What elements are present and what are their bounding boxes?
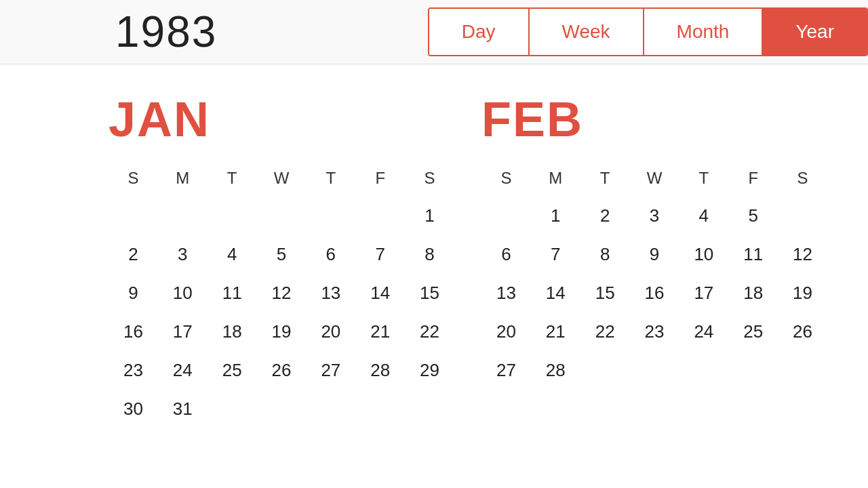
cal-day[interactable]: 22 bbox=[580, 316, 630, 348]
cal-day[interactable]: 7 bbox=[355, 239, 405, 270]
cal-day[interactable]: 15 bbox=[580, 277, 630, 309]
day-header: T bbox=[580, 163, 630, 193]
cal-day[interactable]: 26 bbox=[778, 316, 827, 348]
cal-day[interactable]: 11 bbox=[208, 277, 257, 309]
cal-day[interactable]: 1 bbox=[405, 200, 454, 232]
cal-day[interactable]: 5 bbox=[728, 200, 778, 232]
tab-week[interactable]: Week bbox=[530, 9, 644, 55]
month-block-jan: JANSMTWTFS000000123456789101112131415161… bbox=[95, 92, 468, 425]
cal-day[interactable]: 8 bbox=[405, 239, 454, 270]
cal-day: 0 bbox=[778, 354, 827, 386]
cal-day[interactable]: 6 bbox=[481, 239, 531, 270]
cal-day: 0 bbox=[306, 393, 355, 425]
day-header: T bbox=[306, 163, 355, 193]
month-name-feb: FEB bbox=[481, 92, 827, 147]
cal-day[interactable]: 6 bbox=[306, 239, 355, 270]
cal-day[interactable]: 12 bbox=[778, 239, 827, 270]
cal-day[interactable]: 10 bbox=[679, 239, 728, 270]
cal-day[interactable]: 20 bbox=[481, 316, 531, 348]
cal-day[interactable]: 25 bbox=[728, 316, 778, 348]
cal-day[interactable]: 23 bbox=[630, 316, 679, 348]
cal-day[interactable]: 27 bbox=[306, 354, 355, 386]
cal-day: 0 bbox=[208, 200, 257, 232]
cal-day: 0 bbox=[580, 354, 630, 386]
cal-grid-jan: SMTWTFS000000123456789101112131415161718… bbox=[108, 163, 454, 425]
cal-day[interactable]: 19 bbox=[778, 277, 827, 309]
cal-day[interactable]: 25 bbox=[208, 354, 257, 386]
cal-day: 0 bbox=[778, 200, 827, 232]
cal-day[interactable]: 10 bbox=[158, 277, 208, 309]
view-tabs: Day Week Month Year bbox=[428, 7, 868, 56]
cal-day: 0 bbox=[405, 393, 454, 425]
cal-day[interactable]: 13 bbox=[481, 277, 531, 309]
tab-day[interactable]: Day bbox=[429, 9, 530, 55]
cal-day: 0 bbox=[306, 200, 355, 232]
day-header: M bbox=[531, 163, 580, 193]
cal-day[interactable]: 5 bbox=[257, 239, 307, 270]
cal-day[interactable]: 7 bbox=[531, 239, 580, 270]
cal-day[interactable]: 8 bbox=[580, 239, 630, 270]
cal-day: 0 bbox=[158, 200, 208, 232]
cal-day: 0 bbox=[728, 354, 778, 386]
cal-day[interactable]: 9 bbox=[630, 239, 679, 270]
cal-day[interactable]: 17 bbox=[158, 316, 208, 348]
cal-day[interactable]: 23 bbox=[108, 354, 158, 386]
cal-day[interactable]: 2 bbox=[108, 239, 158, 270]
cal-day[interactable]: 30 bbox=[108, 393, 158, 425]
cal-day[interactable]: 3 bbox=[630, 200, 679, 232]
day-header: S bbox=[405, 163, 454, 193]
cal-day[interactable]: 18 bbox=[208, 316, 257, 348]
cal-day[interactable]: 4 bbox=[679, 200, 728, 232]
cal-day[interactable]: 29 bbox=[405, 354, 454, 386]
year-title: 1983 bbox=[115, 7, 217, 57]
cal-day: 0 bbox=[355, 200, 405, 232]
header: 1983 Day Week Month Year bbox=[0, 0, 868, 64]
cal-day: 0 bbox=[630, 354, 679, 386]
tab-year[interactable]: Year bbox=[763, 9, 867, 55]
cal-day: 0 bbox=[257, 393, 307, 425]
cal-day[interactable]: 1 bbox=[531, 200, 580, 232]
day-header: F bbox=[355, 163, 405, 193]
day-header: S bbox=[108, 163, 158, 193]
cal-day: 0 bbox=[108, 200, 158, 232]
tab-month[interactable]: Month bbox=[644, 9, 764, 55]
cal-day[interactable]: 28 bbox=[531, 354, 580, 386]
day-header: W bbox=[630, 163, 679, 193]
cal-day: 0 bbox=[257, 200, 307, 232]
cal-day[interactable]: 3 bbox=[158, 239, 208, 270]
cal-day[interactable]: 16 bbox=[630, 277, 679, 309]
cal-day[interactable]: 28 bbox=[355, 354, 405, 386]
cal-day[interactable]: 16 bbox=[108, 316, 158, 348]
cal-day: 0 bbox=[481, 200, 531, 232]
cal-day[interactable]: 21 bbox=[355, 316, 405, 348]
day-header: M bbox=[158, 163, 208, 193]
cal-day[interactable]: 18 bbox=[728, 277, 778, 309]
day-header: T bbox=[208, 163, 257, 193]
cal-day[interactable]: 9 bbox=[108, 277, 158, 309]
cal-day[interactable]: 21 bbox=[531, 316, 580, 348]
cal-day[interactable]: 14 bbox=[531, 277, 580, 309]
day-header: T bbox=[679, 163, 728, 193]
cal-day[interactable]: 4 bbox=[208, 239, 257, 270]
cal-grid-feb: SMTWTFS012345067891011121314151617181920… bbox=[481, 163, 827, 386]
cal-day[interactable]: 15 bbox=[405, 277, 454, 309]
cal-day[interactable]: 13 bbox=[306, 277, 355, 309]
cal-day[interactable]: 22 bbox=[405, 316, 454, 348]
cal-day: 0 bbox=[679, 354, 728, 386]
cal-day[interactable]: 19 bbox=[257, 316, 307, 348]
cal-day[interactable]: 14 bbox=[355, 277, 405, 309]
cal-day[interactable]: 26 bbox=[257, 354, 307, 386]
cal-day[interactable]: 17 bbox=[679, 277, 728, 309]
day-header: W bbox=[257, 163, 307, 193]
cal-day[interactable]: 11 bbox=[728, 239, 778, 270]
cal-day: 0 bbox=[355, 393, 405, 425]
cal-day[interactable]: 2 bbox=[580, 200, 630, 232]
cal-day[interactable]: 27 bbox=[481, 354, 531, 386]
cal-day: 0 bbox=[208, 393, 257, 425]
cal-day[interactable]: 20 bbox=[306, 316, 355, 348]
day-header: S bbox=[778, 163, 827, 193]
cal-day[interactable]: 24 bbox=[158, 354, 208, 386]
cal-day[interactable]: 12 bbox=[257, 277, 307, 309]
cal-day[interactable]: 24 bbox=[679, 316, 728, 348]
cal-day[interactable]: 31 bbox=[158, 393, 208, 425]
